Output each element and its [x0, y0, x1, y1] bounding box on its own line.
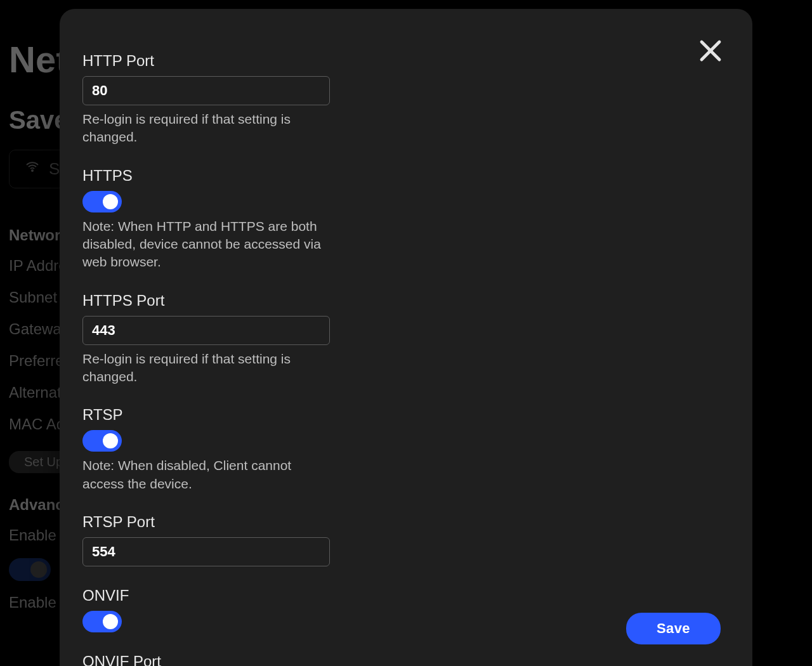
hint-https-port: Re-login is required if that setting is …	[82, 350, 330, 386]
note-https: Note: When HTTP and HTTPS are both disab…	[82, 218, 330, 271]
port-settings-modal: HTTP Port Re-login is required if that s…	[60, 9, 752, 666]
note-rtsp: Note: When disabled, Client cannot acces…	[82, 457, 330, 493]
close-icon	[695, 57, 726, 68]
label-https-port: HTTPS Port	[82, 292, 336, 310]
group-rtsp-port: RTSP Port	[82, 513, 336, 566]
modal-content: HTTP Port Re-login is required if that s…	[60, 9, 752, 666]
group-rtsp: RTSP Note: When disabled, Client cannot …	[82, 406, 336, 493]
label-onvif: ONVIF	[82, 587, 336, 604]
toggle-https[interactable]	[82, 191, 122, 212]
close-button[interactable]	[695, 36, 726, 66]
group-https: HTTPS Note: When HTTP and HTTPS are both…	[82, 167, 336, 271]
toggle-onvif[interactable]	[82, 611, 122, 632]
group-http-port: HTTP Port Re-login is required if that s…	[82, 52, 336, 147]
label-https: HTTPS	[82, 167, 336, 185]
hint-http-port: Re-login is required if that setting is …	[82, 110, 330, 147]
label-onvif-port: ONVIF Port	[82, 653, 336, 666]
group-onvif-port: ONVIF Port	[82, 653, 336, 666]
save-button[interactable]: Save	[626, 613, 721, 644]
label-rtsp-port: RTSP Port	[82, 513, 336, 531]
label-http-port: HTTP Port	[82, 52, 336, 70]
group-https-port: HTTPS Port Re-login is required if that …	[82, 292, 336, 386]
input-rtsp-port[interactable]	[82, 537, 330, 566]
input-https-port[interactable]	[82, 316, 330, 345]
input-http-port[interactable]	[82, 76, 330, 105]
toggle-rtsp[interactable]	[82, 430, 122, 452]
group-onvif: ONVIF	[82, 587, 336, 632]
label-rtsp: RTSP	[82, 406, 336, 424]
